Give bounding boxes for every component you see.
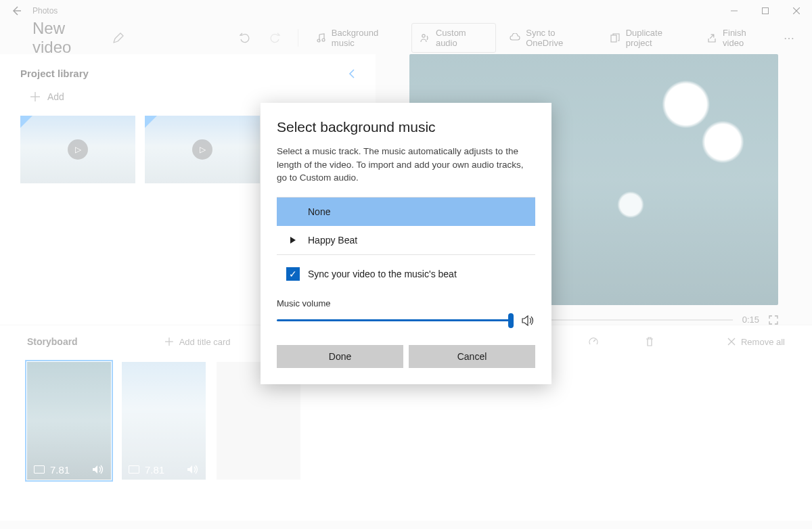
track-option-happy-beat[interactable]: Happy Beat: [277, 226, 535, 254]
play-preview-icon: [290, 237, 296, 244]
track-none-label: None: [308, 206, 330, 217]
track-happy-beat-label: Happy Beat: [308, 235, 357, 246]
cancel-label: Cancel: [457, 351, 487, 362]
track-option-none[interactable]: None: [277, 198, 535, 226]
sync-to-beat-checkbox[interactable]: ✓: [286, 267, 300, 281]
volume-slider[interactable]: [277, 319, 511, 321]
check-icon: ✓: [289, 269, 297, 279]
sync-label: Sync your video to the music's beat: [308, 269, 457, 279]
done-button[interactable]: Done: [277, 345, 403, 368]
cancel-button[interactable]: Cancel: [409, 345, 535, 368]
dialog-title: Select background music: [277, 119, 535, 135]
slider-knob[interactable]: [508, 313, 514, 328]
done-label: Done: [329, 351, 351, 362]
volume-label: Music volume: [277, 298, 535, 308]
speaker-icon: [522, 315, 535, 326]
background-music-dialog: Select background music Select a music t…: [261, 103, 551, 384]
dialog-description: Select a music track. The music automati…: [277, 145, 535, 185]
